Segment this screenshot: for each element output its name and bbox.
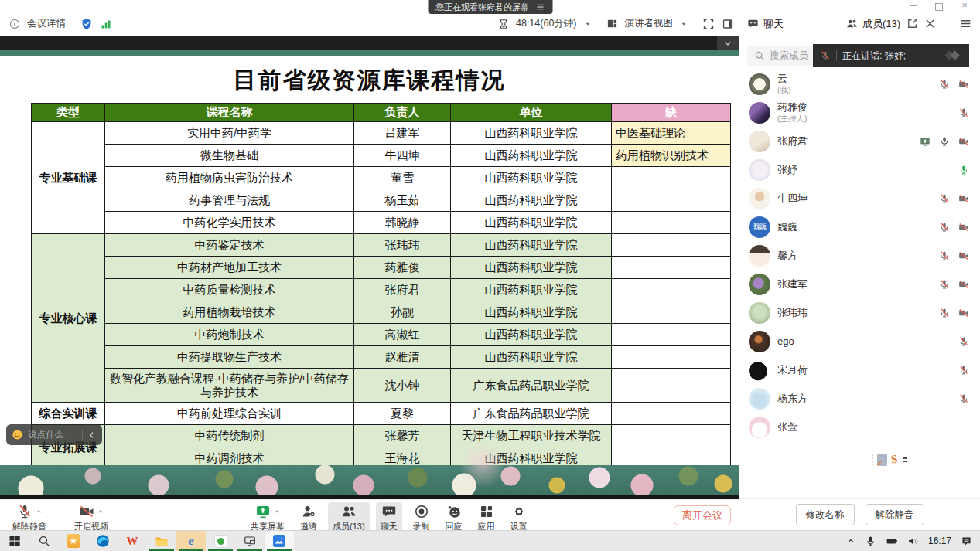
toolbar-item-members-big[interactable]: 成员(13)	[328, 502, 370, 534]
member-row[interactable]: 张建军	[739, 270, 980, 298]
toolbar-item-invite[interactable]: 邀请	[295, 502, 322, 534]
quick-chat-placeholder[interactable]: 说点什么...	[28, 429, 77, 440]
invite-icon	[301, 504, 316, 519]
mic-off-icon[interactable]	[958, 336, 969, 347]
cam-off-icon[interactable]	[958, 279, 969, 290]
member-row[interactable]: 张妤	[739, 155, 980, 184]
member-row[interactable]: 药雅俊(主持人)	[739, 98, 980, 127]
member-row[interactable]: 牛四坤	[739, 184, 980, 213]
banner-menu-icon[interactable]	[535, 2, 545, 12]
avatar	[749, 159, 770, 181]
caret-up-icon[interactable]	[35, 508, 43, 515]
shield-icon[interactable]	[80, 18, 93, 30]
ie-browser-icon[interactable]: e	[176, 531, 206, 551]
cell-course: 微生物基础	[105, 145, 354, 167]
edge-browser-icon[interactable]	[88, 531, 118, 551]
member-row[interactable]: 杨东方	[739, 384, 980, 413]
caret-up-icon[interactable]	[97, 508, 104, 515]
close-panel-icon[interactable]	[924, 17, 937, 30]
quick-chat-bar[interactable]: 说点什么...	[6, 424, 102, 445]
cam-off-icon[interactable]	[958, 222, 969, 233]
mic-off-icon[interactable]	[939, 193, 950, 204]
toolbar-item-share-screen[interactable]: 共享屏幕	[246, 502, 289, 534]
tab-members[interactable]: 成员(13)	[846, 11, 900, 36]
mic-off-icon[interactable]	[939, 250, 950, 261]
member-row[interactable]: 云(我)	[739, 70, 980, 98]
member-row[interactable]: 张玮玮	[739, 298, 980, 327]
toolbar-item-cam-off-big[interactable]: 开启视频	[70, 502, 113, 534]
collapse-chat-icon[interactable]	[87, 430, 97, 440]
member-row[interactable]: 张萱	[739, 413, 980, 441]
star-app-icon[interactable]: ★	[59, 531, 88, 551]
tab-chat-label: 聊天	[763, 17, 784, 31]
tray-volume-icon[interactable]	[907, 536, 919, 547]
mic-off-icon[interactable]	[939, 308, 950, 318]
cam-off-icon[interactable]	[958, 193, 969, 204]
mic-off-icon[interactable]	[939, 79, 950, 90]
signal-icon[interactable]	[100, 18, 112, 30]
member-row[interactable]: ego	[739, 327, 980, 355]
sidepanel-toggle-icon[interactable]	[722, 18, 734, 30]
share-mini-icon[interactable]	[920, 136, 930, 147]
close-button[interactable]: ×	[960, 1, 969, 10]
divider	[73, 19, 73, 29]
maximize-button[interactable]	[934, 1, 944, 10]
mic-off-icon[interactable]	[939, 222, 950, 233]
caret-up-icon[interactable]	[273, 508, 281, 515]
cam-off-icon[interactable]	[958, 308, 969, 318]
view-dropdown-icon[interactable]	[680, 20, 688, 28]
emoji-icon[interactable]	[12, 429, 23, 440]
drag-handle-icon[interactable]	[872, 454, 873, 465]
taskbar-search-icon[interactable]	[29, 531, 59, 551]
notification-center-icon[interactable]	[961, 536, 972, 547]
timer-dropdown-icon[interactable]	[584, 20, 592, 28]
popout-panel-icon[interactable]	[906, 17, 919, 30]
s-app-icon[interactable]: S	[890, 453, 898, 467]
mic-off-icon[interactable]	[958, 365, 969, 376]
unmute-button[interactable]: 解除静音	[866, 504, 924, 525]
more-dots-icon[interactable]	[903, 457, 907, 462]
member-row[interactable]: 魏巍魏巍	[739, 213, 980, 241]
wps-app-icon[interactable]: W	[118, 531, 147, 551]
file-explorer-icon[interactable]	[147, 531, 176, 551]
screen-app-icon[interactable]	[235, 531, 265, 551]
rename-button[interactable]: 修改名称	[796, 504, 855, 525]
toolbar-item-record[interactable]: 录制	[408, 502, 435, 534]
mic-on-icon[interactable]	[939, 136, 950, 147]
member-row[interactable]: 馨方	[739, 241, 980, 270]
course-type-cell: 专业基础课	[32, 122, 105, 234]
tab-chat[interactable]: 聊天	[747, 11, 784, 36]
mic-off-icon[interactable]	[958, 393, 969, 404]
toolbar-item-mic-off-big[interactable]: 解除静音	[8, 502, 51, 534]
toolbar-item-gear[interactable]: 设置	[506, 502, 532, 534]
toolbar-item-chat-big[interactable]: 聊天	[376, 502, 402, 534]
toolbar-item-apps[interactable]: 应用	[473, 502, 500, 534]
document-icon[interactable]	[877, 454, 887, 466]
meeting-details-link[interactable]: 会议详情	[27, 17, 66, 30]
member-row[interactable]: 张府君	[739, 127, 980, 155]
cam-off-icon[interactable]	[958, 79, 969, 90]
panel-menu-icon[interactable]	[959, 17, 972, 30]
member-name: 张府君	[777, 136, 913, 147]
cam-off-icon[interactable]	[958, 250, 969, 261]
tray-expand-icon[interactable]	[846, 536, 855, 546]
start-button[interactable]	[0, 531, 29, 551]
meeting-app-icon[interactable]	[265, 531, 294, 551]
member-row[interactable]: 宋月荷	[739, 355, 980, 384]
leave-meeting-button[interactable]: 离开会议	[674, 505, 731, 525]
cam-off-icon[interactable]	[958, 136, 969, 147]
toolbar-item-react[interactable]: 回应	[441, 502, 467, 534]
green-dot-app-icon[interactable]	[206, 531, 235, 551]
clock[interactable]: 16:17	[928, 536, 951, 546]
mic-live-icon[interactable]	[958, 165, 969, 175]
tray-mic-icon[interactable]	[865, 536, 876, 547]
mic-off-icon[interactable]	[958, 107, 969, 118]
floating-tools[interactable]: S	[872, 453, 907, 466]
tray-battery-icon[interactable]	[886, 535, 898, 547]
minimize-button[interactable]	[909, 1, 918, 10]
fullscreen-icon[interactable]	[702, 18, 715, 30]
collapse-stage-button[interactable]	[717, 36, 739, 50]
mic-off-icon[interactable]	[939, 279, 950, 290]
cell-person: 沈小钟	[354, 369, 451, 403]
view-mode-label[interactable]: 演讲者视图	[625, 17, 674, 30]
